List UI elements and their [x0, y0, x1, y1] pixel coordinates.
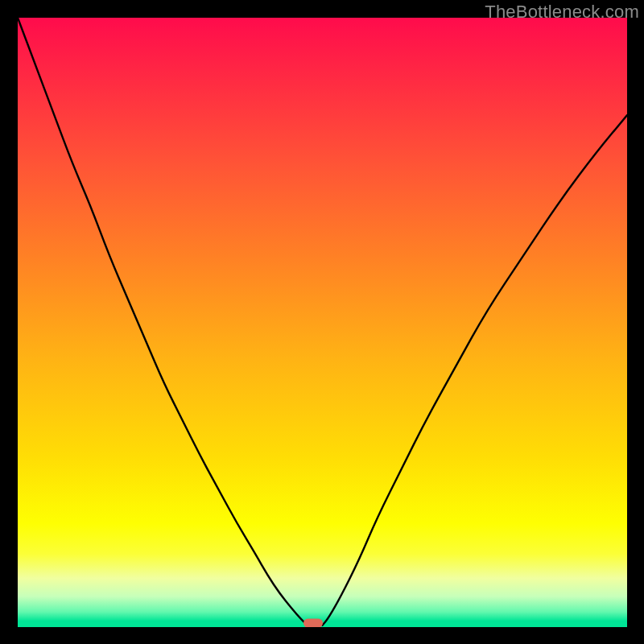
watermark-text: TheBottleneck.com [485, 2, 639, 23]
bottleneck-curve-left [18, 18, 308, 625]
optimal-point-marker [303, 619, 323, 627]
plot-area [18, 18, 627, 627]
curve-layer [18, 18, 627, 627]
bottleneck-curve-right [323, 115, 628, 625]
chart-stage: TheBottleneck.com [0, 0, 644, 644]
